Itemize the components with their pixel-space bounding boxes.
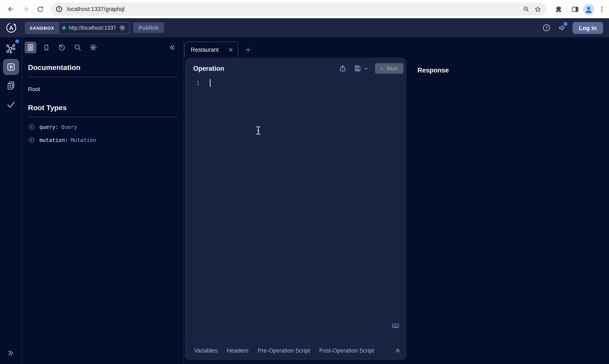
browser-menu-kebab-icon[interactable] <box>598 5 606 13</box>
endpoint-settings-gear-icon[interactable] <box>119 24 126 31</box>
back-arrow-icon <box>7 5 15 13</box>
sandbox-badge: SANDBOX <box>26 22 59 33</box>
documentation-panel: Documentation Root Root Types query:Quer… <box>22 37 184 364</box>
logo-letter: A <box>9 25 13 31</box>
left-sidebar <box>0 37 22 364</box>
double-chevron-right-icon <box>7 349 15 357</box>
operation-editor[interactable]: 1 <box>185 76 406 341</box>
reload-icon <box>37 5 44 13</box>
connection-status-dot <box>62 26 66 29</box>
docs-title: Documentation <box>28 64 178 72</box>
bookmark-icon <box>42 43 50 52</box>
editor-line-number: 1 <box>185 79 203 341</box>
sidebar-item-explorer[interactable] <box>3 59 19 75</box>
operation-tab-strip: Restaurant <box>184 37 609 58</box>
root-type-row-query[interactable]: query:Query <box>28 123 178 130</box>
graph-schema-icon <box>5 43 16 54</box>
operation-actions: Run <box>339 63 404 74</box>
operation-panel: Operation Run <box>185 58 406 360</box>
sidebar-item-checks[interactable] <box>3 96 19 112</box>
apollo-logo[interactable]: A <box>0 22 22 33</box>
help-icon[interactable]: ? <box>541 23 551 33</box>
tab-documentation[interactable] <box>25 41 37 53</box>
tab-post-operation-script[interactable]: Post-Operation Script <box>319 348 374 354</box>
tab-search[interactable] <box>72 41 83 53</box>
site-info-icon[interactable] <box>55 5 63 13</box>
endpoint-url[interactable]: http://localhost:1337/gra... <box>69 25 116 31</box>
root-type-row-mutation[interactable]: mutation:Mutation <box>28 136 178 144</box>
sidebar-expand-button[interactable] <box>7 349 15 357</box>
browser-forward-button[interactable] <box>19 3 32 15</box>
tab-pre-operation-script[interactable]: Pre-Operation Script <box>258 348 310 354</box>
tab-restaurant[interactable]: Restaurant <box>184 41 238 58</box>
browser-address-bar[interactable]: localhost:1337/graphql <box>51 2 546 16</box>
field-type-link[interactable]: Mutation <box>71 137 96 143</box>
explorer-play-icon <box>6 62 16 72</box>
forward-arrow-icon <box>21 5 29 13</box>
field-name: mutation: <box>39 137 68 143</box>
field-type-link[interactable]: Query <box>61 124 77 130</box>
field-name: query: <box>39 124 58 130</box>
browser-reload-button[interactable] <box>34 3 47 15</box>
search-icon <box>73 43 82 52</box>
endpoint-field[interactable]: http://localhost:1337/gra... <box>59 22 129 33</box>
sidebar-item-changelog[interactable] <box>3 78 19 94</box>
publish-button[interactable]: Publish <box>133 23 164 33</box>
run-button[interactable]: Run <box>375 63 404 74</box>
history-clock-icon <box>58 43 66 52</box>
document-icon <box>26 43 35 52</box>
help-glyph: ? <box>545 26 547 30</box>
app-header: A SANDBOX http://localhost:1337/gra... P… <box>0 18 609 37</box>
browser-back-button[interactable] <box>4 3 17 15</box>
operation-footer: Variables Headers Pre-Operation Script P… <box>185 341 406 360</box>
collapse-docs-button[interactable] <box>168 43 177 52</box>
extensions-icon[interactable] <box>554 5 563 13</box>
divider <box>28 117 178 117</box>
operation-title: Operation <box>193 65 224 72</box>
announcements-megaphone-icon[interactable] <box>557 23 567 33</box>
panels: Operation Run <box>184 58 609 364</box>
profile-avatar[interactable] <box>583 4 594 15</box>
diff-documents-icon <box>6 80 16 91</box>
plus-icon <box>244 46 252 53</box>
chevron-down-icon[interactable] <box>363 66 369 71</box>
add-circle-icon[interactable] <box>28 123 35 130</box>
share-operation-icon[interactable] <box>339 65 347 72</box>
keyboard-shortcuts-icon[interactable] <box>392 322 400 330</box>
double-chevron-left-icon <box>168 43 177 52</box>
url-text[interactable]: localhost:1337/graphql <box>67 6 520 12</box>
save-operation-icon[interactable] <box>353 65 362 72</box>
bookmark-star-icon[interactable] <box>532 3 544 15</box>
docs-toolbar <box>22 37 183 58</box>
schema-notification-dot <box>15 39 19 43</box>
tab-label[interactable]: Restaurant <box>191 47 228 53</box>
sidebar-item-schema[interactable] <box>3 40 19 56</box>
response-panel: Response <box>406 58 609 360</box>
editor-caret <box>210 79 211 87</box>
login-button[interactable]: Log in <box>572 22 603 34</box>
new-tab-button[interactable] <box>240 41 256 58</box>
response-title: Response <box>417 66 449 74</box>
docs-root-item[interactable]: Root <box>28 86 178 92</box>
tab-headers[interactable]: Headers <box>227 348 248 354</box>
zoom-out-icon[interactable] <box>520 3 532 15</box>
browser-actions <box>551 4 606 15</box>
screen: localhost:1337/graphql A SANDBOX http://… <box>0 0 609 364</box>
add-circle-icon[interactable] <box>28 136 35 144</box>
announcement-notification-dot <box>564 22 568 26</box>
operation-header: Operation Run <box>185 58 406 76</box>
close-tab-icon[interactable] <box>228 47 234 53</box>
tab-history[interactable] <box>56 41 68 53</box>
browser-toolbar: localhost:1337/graphql <box>0 0 609 18</box>
expand-footer-button[interactable] <box>394 347 401 354</box>
side-panel-icon[interactable] <box>571 5 579 13</box>
endpoint-control: SANDBOX http://localhost:1337/gra... <box>25 22 130 34</box>
work-area: Restaurant Operation <box>184 37 609 364</box>
tab-settings[interactable] <box>87 41 99 53</box>
root-types-title: Root Types <box>28 104 178 112</box>
tab-variables[interactable]: Variables <box>194 348 218 354</box>
toolbar-divider <box>567 5 567 13</box>
settings-gear-icon <box>89 43 97 52</box>
tab-bookmarks[interactable] <box>40 41 52 53</box>
double-chevron-up-icon <box>394 347 401 354</box>
